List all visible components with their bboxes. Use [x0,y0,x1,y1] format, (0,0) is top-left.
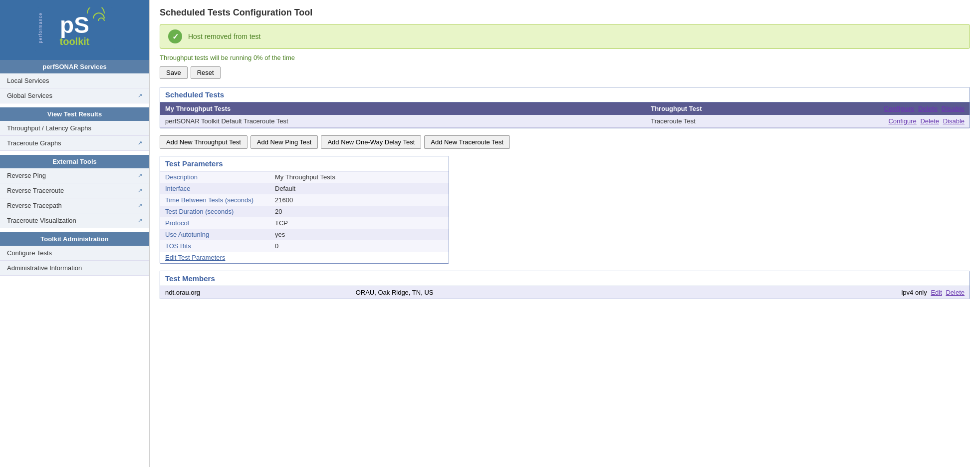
external-link-icon: ↗ [138,92,142,99]
page-title: Scheduled Tests Configuration Tool [160,7,970,18]
external-link-icon-6: ↗ [138,217,142,224]
param-label-description: Description [160,171,270,183]
param-value-duration: 20 [270,206,449,217]
sidebar-sections: perfSONAR Services Local Services Global… [0,60,149,276]
throughput-note: Throughput tests will be running 0% of t… [160,54,970,61]
param-value-description: My Throughput Tests [270,171,449,183]
test-parameters-box: Test Parameters Description My Throughpu… [160,156,449,264]
param-row-duration: Test Duration (seconds) 20 [160,206,449,217]
sidebar-item-traceroute-visualization[interactable]: Traceroute Visualization ↗ [0,213,149,228]
success-icon: ✓ [168,29,182,43]
col-name: My Throughput Tests [160,102,646,115]
configure-link-2[interactable]: Configure [888,117,916,125]
add-oneway-button[interactable]: Add New One-Way Delay Test [321,135,421,149]
param-value-interface: Default [270,183,449,194]
sidebar-item-traceroute-graphs[interactable]: Traceroute Graphs ↗ [0,136,149,151]
success-message: Host removed from test [188,32,261,40]
param-label-interface: Interface [160,183,270,194]
test-actions-2: Configure Delete Disable [808,115,970,128]
section-header-admin: Toolkit Administration [0,232,149,246]
success-banner: ✓ Host removed from test [160,24,970,49]
logo-toolkit: toolkit [60,36,90,46]
reset-button[interactable]: Reset [191,66,221,79]
test-type-2: Traceroute Test [646,115,807,128]
save-reset-row: Save Reset [160,66,970,79]
section-header-view-results: View Test Results [0,107,149,121]
col-type: Throughput Test [646,102,807,115]
add-test-row: Add New Throughput Test Add New Ping Tes… [160,135,970,149]
table-header-row: My Throughput Tests Throughput Test Conf… [160,102,970,115]
external-link-icon-5: ↗ [138,202,142,209]
table-row: ndt.orau.org ORAU, Oak Ridge, TN, US ipv… [160,286,970,299]
logo-area: performance pS toolkit [0,0,149,60]
sidebar-item-reverse-ping[interactable]: Reverse Ping ↗ [0,168,149,183]
members-table: ndt.orau.org ORAU, Oak Ridge, TN, US ipv… [160,286,970,299]
param-row-tos: TOS Bits 0 [160,240,449,252]
param-row-autotuning: Use Autotuning yes [160,229,449,240]
member-host: ndt.orau.org [160,286,351,299]
param-label-tos: TOS Bits [160,240,270,252]
external-link-icon-4: ↗ [138,187,142,194]
member-ip-type: ipv4 only Edit Delete [732,286,970,299]
test-parameters-title: Test Parameters [160,156,449,171]
table-row-traceroute: perfSONAR Toolkit Default Traceroute Tes… [160,115,970,128]
sidebar-item-local-services[interactable]: Local Services [0,73,149,88]
param-row-protocol: Protocol TCP [160,217,449,229]
param-value-protocol: TCP [270,217,449,229]
logo-box: performance pS toolkit [35,7,115,52]
sidebar-item-global-services[interactable]: Global Services ↗ [0,88,149,103]
param-value-tos: 0 [270,240,449,252]
test-members-title: Test Members [160,271,970,286]
external-link-icon-2: ↗ [138,140,142,146]
param-table: Description My Throughput Tests Interfac… [160,171,449,252]
sidebar-item-reverse-tracepath[interactable]: Reverse Tracepath ↗ [0,198,149,213]
add-traceroute-button[interactable]: Add New Traceroute Test [424,135,510,149]
sidebar-item-reverse-traceroute[interactable]: Reverse Traceroute ↗ [0,183,149,198]
save-button[interactable]: Save [160,66,188,79]
delete-member-link[interactable]: Delete [946,289,965,296]
scheduled-tests-table: My Throughput Tests Throughput Test Conf… [160,102,970,128]
delete-link-2[interactable]: Delete [920,117,939,125]
param-label-duration: Test Duration (seconds) [160,206,270,217]
param-label-protocol: Protocol [160,217,270,229]
logo-ps: pS [60,13,89,36]
logo-performance-text: performance [38,12,43,43]
section-header-perfsonar: perfSONAR Services [0,60,149,73]
test-name-2: perfSONAR Toolkit Default Traceroute Tes… [160,115,646,128]
scheduled-tests-box: Scheduled Tests My Throughput Tests Thro… [160,87,970,128]
add-throughput-button[interactable]: Add New Throughput Test [160,135,247,149]
main-content: Scheduled Tests Configuration Tool ✓ Hos… [150,0,980,467]
test-members-box: Test Members ndt.orau.org ORAU, Oak Ridg… [160,271,970,299]
sidebar-item-admin-info[interactable]: Administrative Information [0,261,149,276]
disable-link-2[interactable]: Disable [943,117,965,125]
sidebar-item-configure-tests[interactable]: Configure Tests [0,246,149,261]
external-link-icon-3: ↗ [138,172,142,179]
param-value-autotuning: yes [270,229,449,240]
param-row-interface: Interface Default [160,183,449,194]
edit-test-params-link[interactable]: Edit Test Parameters [160,252,230,263]
param-label-autotuning: Use Autotuning [160,229,270,240]
section-header-external-tools: External Tools [0,155,149,168]
param-value-time-between: 21600 [270,194,449,206]
member-actions: Edit Delete [929,289,965,296]
disable-link-1[interactable]: Disable [942,105,965,112]
configure-link-1[interactable]: Configure [884,105,914,112]
param-label-time-between: Time Between Tests (seconds) [160,194,270,206]
member-location: ORAU, Oak Ridge, TN, US [351,286,732,299]
scheduled-tests-title: Scheduled Tests [160,87,970,102]
delete-link-1[interactable]: Delete [918,105,938,112]
col-actions: Configure Delete Disable [808,102,970,115]
sidebar-item-throughput-graphs[interactable]: Throughput / Latency Graphs [0,121,149,136]
edit-member-link[interactable]: Edit [931,289,942,296]
add-ping-button[interactable]: Add New Ping Test [250,135,318,149]
param-row-description: Description My Throughput Tests [160,171,449,183]
param-row-time-between: Time Between Tests (seconds) 21600 [160,194,449,206]
sidebar: performance pS toolkit perfSONAR Service… [0,0,150,467]
